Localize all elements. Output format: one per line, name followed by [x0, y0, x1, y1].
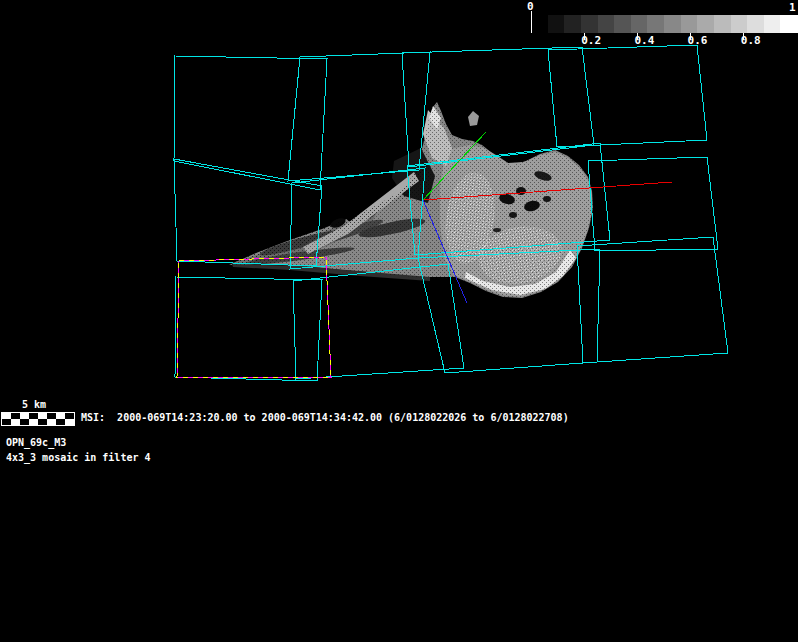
- colorbar-tick-label: 0.4: [634, 35, 654, 47]
- scale-bar-cell: [11, 419, 20, 425]
- scale-bar-label: 5 km: [22, 399, 46, 411]
- planned-footprint-dash-magenta: [177, 257, 331, 377]
- scale-bar: [2, 413, 75, 426]
- status-line: MSI: 2000-069T14:23:20.00 to 2000-069T14…: [81, 412, 569, 424]
- asteroid-render: [229, 102, 593, 298]
- image-footprint-outline: [548, 45, 707, 147]
- sequence-id: OPN_69c_M3: [6, 437, 66, 449]
- colorbar-step: [747, 15, 764, 33]
- scene-svg: [0, 0, 798, 642]
- image-footprint-outline: [175, 277, 322, 381]
- scale-bar-cell: [65, 413, 74, 419]
- image-footprint-outline: [174, 56, 327, 190]
- scale-bar-cell: [38, 413, 47, 419]
- planned-footprint: [177, 257, 331, 377]
- image-footprint-outline: [293, 264, 464, 379]
- colorbar-step: [697, 15, 714, 33]
- colorbar-tick-label: 0.8: [741, 35, 761, 47]
- colorbar-step: [764, 15, 781, 33]
- colorbar-max-label: 1: [789, 2, 796, 14]
- scale-bar-cell: [2, 413, 11, 419]
- scale-bar-cell: [20, 413, 29, 419]
- scale-bar-cell: [47, 413, 56, 419]
- colorbar-step: [681, 15, 698, 33]
- colorbar-step: [531, 15, 548, 33]
- colorbar-tick-label: 0.2: [581, 35, 601, 47]
- colorbar-step: [598, 15, 615, 33]
- mosaic-display-canvas[interactable]: 0 1 0.20.40.60.8 5 km MSI: 2000-069T14:2…: [0, 0, 798, 642]
- scale-bar-cell: [47, 419, 56, 425]
- planned-footprint-dash-yellow: [177, 257, 331, 377]
- mosaic-description: 4x3_3 mosaic in filter 4: [6, 452, 151, 464]
- colorbar-step: [631, 15, 648, 33]
- colorbar-min-label: 0: [527, 1, 534, 13]
- colorbar-step: [714, 15, 731, 33]
- colorbar-step: [548, 15, 565, 33]
- colorbar-step: [647, 15, 664, 33]
- colorbar-step: [564, 15, 581, 33]
- scale-bar-cell: [56, 419, 65, 425]
- scale-bar-cell: [20, 419, 29, 425]
- colorbar-step: [731, 15, 748, 33]
- scale-bar-cell: [38, 419, 47, 425]
- scale-bar-cell: [65, 419, 74, 425]
- colorbar-step: [614, 15, 631, 33]
- scale-bar-cell: [2, 419, 11, 425]
- colorbar-step: [581, 15, 598, 33]
- colorbar-step: [780, 15, 797, 33]
- asteroid-detached-fragment: [468, 111, 479, 126]
- colorbar-tick-label: 0.6: [688, 35, 708, 47]
- scale-bar-cell: [56, 413, 65, 419]
- scale-bar-cell: [11, 413, 20, 419]
- colorbar-step: [664, 15, 681, 33]
- image-footprint-outline: [588, 157, 718, 251]
- scale-bar-cell: [29, 419, 38, 425]
- scale-bar-cell: [29, 413, 38, 419]
